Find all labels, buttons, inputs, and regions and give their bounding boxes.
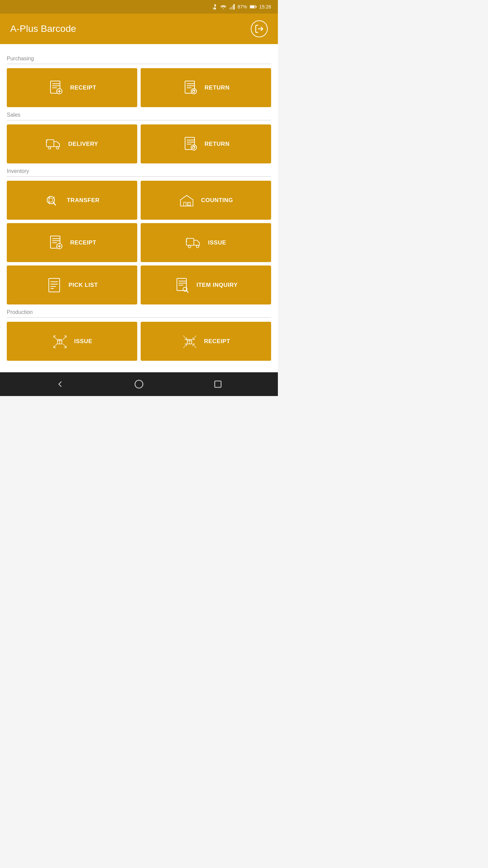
sales-delivery-label: DELIVERY	[68, 141, 98, 147]
production-receipt-label: RECEIPT	[204, 338, 230, 345]
inventory-receipt-label: RECEIPT	[70, 239, 96, 246]
back-button[interactable]	[55, 379, 65, 389]
purchasing-return-label: RETURN	[205, 84, 230, 91]
svg-rect-5	[250, 6, 255, 8]
divider-inventory	[7, 176, 271, 177]
production-issue-label: ISSUE	[74, 338, 93, 345]
inventory-iteminquiry-button[interactable]: ITEM INQUIRY	[141, 265, 271, 304]
purchasing-grid: RECEIPT RETURN	[7, 68, 271, 107]
inventory-counting-button[interactable]: COUNTING	[141, 181, 271, 220]
section-label-inventory: Inventory	[7, 168, 271, 174]
svg-point-13	[48, 146, 51, 149]
receipt-icon	[48, 80, 64, 96]
signal-icon	[229, 4, 235, 9]
section-label-sales: Sales	[7, 112, 271, 118]
recent-button[interactable]	[213, 379, 223, 389]
transfer-icon	[44, 192, 61, 209]
status-bar: 87% 15:26	[0, 0, 278, 14]
svg-rect-0	[229, 8, 230, 9]
home-button[interactable]	[134, 379, 144, 389]
delivery-icon	[46, 136, 62, 152]
svg-rect-26	[186, 238, 194, 245]
logout-icon	[255, 24, 264, 34]
production-receipt-button[interactable]: RECEIPT	[141, 322, 271, 361]
production-issue-button[interactable]: ISSUE	[7, 322, 137, 361]
bluetooth-icon	[212, 3, 217, 10]
svg-point-18	[49, 198, 53, 202]
logout-button[interactable]	[251, 20, 268, 37]
svg-rect-6	[256, 6, 257, 7]
main-content: Purchasing RECEIPT RETURN Sales	[0, 44, 278, 372]
inventory-transfer-label: TRANSFER	[67, 197, 100, 204]
svg-rect-19	[184, 202, 186, 206]
svg-rect-20	[187, 202, 190, 205]
svg-rect-30	[177, 278, 186, 291]
section-label-purchasing: Purchasing	[7, 56, 271, 62]
sales-delivery-button[interactable]: DELIVERY	[7, 124, 137, 163]
battery-text: 87%	[238, 4, 247, 9]
wifi-icon	[220, 4, 227, 9]
issue-truck-icon	[186, 235, 202, 251]
back-icon	[55, 379, 65, 389]
section-label-production: Production	[7, 309, 271, 315]
inventory-picklist-button[interactable]: PICK LIST	[7, 265, 137, 304]
inventory-transfer-button[interactable]: TRANSFER	[7, 181, 137, 220]
svg-rect-17	[47, 196, 55, 204]
sales-return-button[interactable]: RETURN	[141, 124, 271, 163]
svg-rect-35	[215, 381, 221, 388]
svg-rect-12	[46, 140, 54, 146]
inventory-grid: TRANSFER COUNTING RECE	[7, 181, 271, 304]
status-icons: 87% 15:26	[212, 3, 271, 10]
inventory-issue-label: ISSUE	[208, 239, 226, 246]
purchasing-return-button[interactable]: RETURN	[141, 68, 271, 107]
iteminquiry-icon	[174, 277, 190, 293]
production-grid: ISSUE RECEIPT	[7, 322, 271, 361]
svg-rect-2	[232, 5, 233, 9]
purchasing-receipt-label: RECEIPT	[70, 84, 96, 91]
divider-production	[7, 317, 271, 318]
return-icon	[182, 80, 199, 96]
counting-icon	[179, 192, 195, 209]
inventory-receipt-button[interactable]: RECEIPT	[7, 223, 137, 262]
receipt2-icon	[48, 235, 64, 251]
time-text: 15:26	[259, 4, 271, 9]
svg-point-27	[188, 245, 190, 248]
app-header: A-Plus Barcode	[0, 14, 278, 44]
sales-grid: DELIVERY RETURN	[7, 124, 271, 163]
divider-purchasing	[7, 64, 271, 64]
sales-return-label: RETURN	[205, 141, 230, 147]
battery-icon	[250, 4, 257, 9]
svg-point-34	[135, 380, 143, 388]
inventory-issue-button[interactable]: ISSUE	[141, 223, 271, 262]
svg-rect-29	[49, 278, 60, 292]
bottom-nav	[0, 372, 278, 396]
production-receipt-icon	[182, 333, 198, 350]
inventory-iteminquiry-label: ITEM INQUIRY	[197, 282, 238, 289]
return-doc-icon	[182, 136, 199, 152]
svg-point-14	[57, 146, 59, 149]
inventory-picklist-label: PICK LIST	[68, 282, 98, 289]
svg-rect-3	[233, 4, 235, 9]
inventory-counting-label: COUNTING	[201, 197, 233, 204]
purchasing-receipt-button[interactable]: RECEIPT	[7, 68, 137, 107]
picklist-icon	[46, 277, 62, 293]
home-icon	[134, 379, 144, 389]
production-issue-icon	[52, 333, 68, 350]
svg-point-28	[196, 245, 199, 248]
app-title: A-Plus Barcode	[10, 23, 76, 34]
svg-rect-1	[231, 7, 232, 9]
recent-icon	[213, 379, 223, 389]
divider-sales	[7, 120, 271, 120]
